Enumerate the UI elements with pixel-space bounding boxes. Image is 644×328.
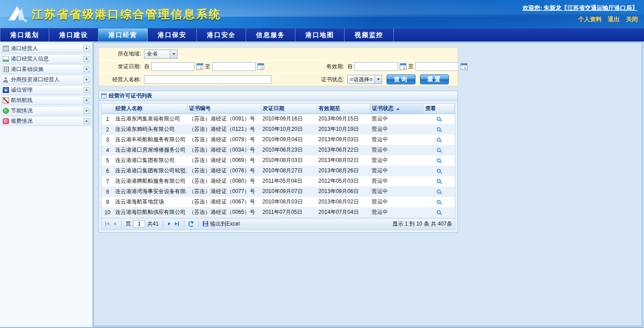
refresh-icon[interactable] bbox=[188, 221, 194, 227]
close-link[interactable]: 关闭 bbox=[626, 15, 638, 23]
table-header-row: 经营人名称 证书编号 发证日期 有效期至 证书状态 查看 bbox=[102, 104, 455, 114]
sidebar-item-credit-management[interactable]: ★ 诚信管理 + bbox=[1, 85, 91, 95]
sidebar-item-foreign-investment[interactable]: 外商投资港口经营人 + bbox=[1, 75, 91, 84]
operator-name-cell: 连云港东鸿集装箱有限公司 bbox=[113, 114, 187, 124]
issue-date-to-input[interactable] bbox=[212, 62, 256, 71]
header-right: 欢迎您: 朱新龙【江苏省交通运输厅港口局】 个人资料 退出 关闭 bbox=[523, 0, 638, 23]
sidebar-item-energy[interactable]: 节能情况 + bbox=[1, 106, 91, 115]
certificate-list-panel: 经营许可证书列表 经营人名称 证书编号 发证日期 bbox=[98, 91, 458, 233]
first-page-button[interactable] bbox=[104, 220, 110, 227]
reset-button[interactable]: 重置 bbox=[420, 74, 449, 84]
person-icon bbox=[3, 77, 9, 83]
table-row: 10 连云港海巨船舶供应有限公司 （苏连）港经证（0065）号 2011年07月… bbox=[102, 207, 455, 217]
column-header-name[interactable]: 经营人名称 bbox=[113, 104, 187, 114]
expand-plus-icon[interactable]: + bbox=[84, 87, 89, 93]
operator-name-cell: 连云港港口集团有限公司 bbox=[113, 155, 187, 166]
view-magnifier-icon[interactable] bbox=[437, 148, 441, 152]
expand-plus-icon[interactable]: + bbox=[84, 66, 89, 72]
validity-from-input[interactable] bbox=[355, 62, 398, 71]
nav-tab-port-map[interactable]: 港口地图 bbox=[295, 28, 345, 42]
from-label: 自 bbox=[144, 63, 149, 70]
expand-plus-icon[interactable]: + bbox=[84, 46, 89, 51]
expand-plus-icon[interactable]: + bbox=[84, 56, 89, 62]
divider bbox=[121, 220, 121, 227]
logout-link[interactable]: 退出 bbox=[608, 15, 620, 23]
sidebar-item-operator-info[interactable]: 港口经营人信息 + bbox=[1, 54, 91, 64]
calendar-icon[interactable] bbox=[196, 63, 203, 70]
search-form: 所在地域: 全省 发证日期: 自 bbox=[98, 47, 458, 86]
nav-tab-planning[interactable]: 港口规划 bbox=[0, 28, 49, 42]
view-magnifier-icon[interactable] bbox=[437, 179, 441, 183]
nav-tab-security[interactable]: 港口保安 bbox=[148, 28, 197, 42]
table-row: 1 连云港东鸿集装箱有限公司 （苏连）港经证（0091）号 2010年09月16… bbox=[102, 114, 455, 124]
view-magnifier-icon[interactable] bbox=[437, 158, 441, 162]
last-page-button[interactable] bbox=[174, 220, 180, 227]
nav-tab-info-service[interactable]: 信息服务 bbox=[246, 28, 295, 42]
column-header-cert-no[interactable]: 证书编号 bbox=[187, 104, 261, 114]
operator-name-cell: 连云港海航基地货场 bbox=[113, 197, 187, 207]
page-input[interactable] bbox=[133, 220, 145, 227]
validity-label: 有效期: bbox=[292, 63, 346, 70]
table-row: 8 连云港港湾海事安全设备有限... （苏连）港经证（0077）号 2010年0… bbox=[102, 186, 455, 197]
view-magnifier-icon[interactable] bbox=[437, 189, 441, 194]
view-magnifier-icon[interactable] bbox=[437, 210, 441, 214]
expand-plus-icon[interactable]: + bbox=[84, 118, 89, 124]
calendar-icon[interactable] bbox=[461, 63, 467, 70]
operator-name-cell: 连云港港湾海事安全设备有限... bbox=[113, 186, 187, 197]
next-page-button[interactable] bbox=[167, 220, 172, 227]
operator-name-input[interactable] bbox=[144, 75, 271, 84]
region-label: 所在地域: bbox=[99, 50, 143, 58]
fees-icon bbox=[3, 118, 9, 124]
header-links: 个人资料 退出 关闭 bbox=[578, 15, 638, 23]
expand-plus-icon[interactable]: + bbox=[84, 108, 89, 114]
column-header-issue-date[interactable]: 发证日期 bbox=[261, 104, 317, 114]
sidebar-item-port-operators[interactable]: 港口经营人 + bbox=[1, 44, 91, 53]
panel-title-bar: 经营许可证书列表 bbox=[99, 91, 457, 101]
query-button[interactable]: 查询 bbox=[387, 74, 415, 84]
nav-tab-construction[interactable]: 港口建设 bbox=[49, 28, 98, 42]
sidebar-item-infrastructure[interactable]: 港口基础设施 + bbox=[1, 65, 91, 74]
operator-name-cell: 连云港港口房屋维修服务公司 bbox=[113, 145, 187, 155]
region-select[interactable]: 全省 bbox=[144, 50, 177, 59]
view-magnifier-icon[interactable] bbox=[437, 117, 441, 121]
prev-page-button[interactable] bbox=[112, 220, 117, 227]
form-row-region: 所在地域: 全省 bbox=[99, 48, 457, 60]
nav-tab-video-monitor[interactable]: 视频监控 bbox=[345, 28, 394, 42]
divider bbox=[163, 220, 163, 227]
calendar-icon[interactable] bbox=[257, 63, 264, 70]
view-magnifier-icon[interactable] bbox=[437, 138, 441, 142]
calendar-icon[interactable] bbox=[400, 63, 406, 70]
export-excel-button[interactable]: 输出到Excel bbox=[203, 220, 239, 228]
expand-plus-icon[interactable]: + bbox=[84, 97, 89, 103]
view-magnifier-icon[interactable] bbox=[437, 169, 441, 173]
table-row: 4 连云港港口房屋维修服务公司 （苏连）港经证（0034）号 2010年06月2… bbox=[102, 145, 455, 155]
profile-link[interactable]: 个人资料 bbox=[578, 15, 602, 23]
table-row: 3 连云港丰裕船舶服务有限公司 （苏连）港经证（0078）号 2010年09月0… bbox=[102, 134, 455, 145]
expand-plus-icon[interactable]: + bbox=[84, 77, 89, 83]
issue-date-from-input[interactable] bbox=[151, 62, 195, 71]
region-select-value: 全省 bbox=[147, 50, 158, 58]
issue-date-label: 发证日期: bbox=[99, 63, 143, 70]
view-magnifier-icon[interactable] bbox=[437, 127, 441, 131]
main-nav: 港口规划 港口建设 港口经营 港口保安 港口安全 信息服务 港口地图 视频监控 bbox=[0, 28, 644, 42]
nav-tab-operation[interactable]: 港口经营 bbox=[98, 28, 148, 42]
panel-title: 经营许可证书列表 bbox=[109, 92, 152, 100]
operator-name-cell: 连云港东粮码头有限公司 bbox=[113, 124, 187, 134]
status-label: 证书状态: bbox=[292, 76, 346, 83]
view-magnifier-icon[interactable] bbox=[437, 200, 441, 204]
nav-tab-safety[interactable]: 港口安全 bbox=[197, 28, 246, 42]
table-row: 2 连云港东粮码头有限公司 （苏连）港经证（0121）号 2010年10月20日… bbox=[102, 124, 455, 134]
logo bbox=[6, 5, 28, 23]
sidebar-item-routes[interactable]: 航班航线 + bbox=[1, 96, 91, 105]
column-header-view[interactable]: 查看 bbox=[423, 104, 455, 114]
column-header-rownum bbox=[102, 104, 113, 114]
status-select-value: =请选择= bbox=[350, 76, 373, 83]
sidebar-item-fees[interactable]: 规费情况 + bbox=[1, 116, 91, 126]
status-select[interactable]: =请选择= bbox=[347, 75, 382, 84]
column-header-status[interactable]: 证书状态 bbox=[370, 104, 423, 114]
page: 江苏省省级港口综合管理信息系统 欢迎您: 朱新龙【江苏省交通运输厅港口局】 个人… bbox=[0, 0, 644, 328]
divider bbox=[198, 220, 199, 227]
column-header-valid-until[interactable]: 有效期至 bbox=[317, 104, 370, 114]
operator-name-cell: 连云港海巨船舶供应有限公司 bbox=[113, 207, 187, 217]
validity-to-input[interactable] bbox=[415, 62, 459, 71]
